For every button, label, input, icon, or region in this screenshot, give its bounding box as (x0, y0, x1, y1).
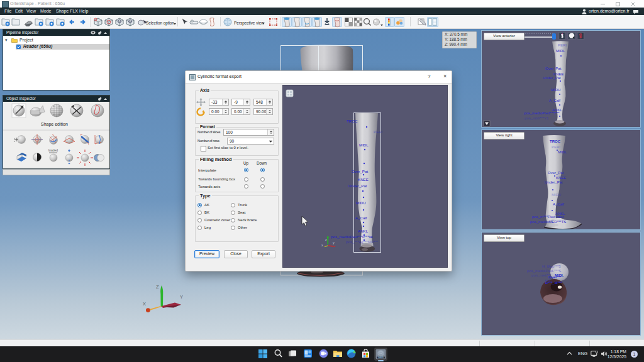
svg-text:pos_midi***Y1: pos_midi***Y1 (525, 116, 549, 120)
svg-text:Z: Z (156, 284, 159, 290)
svg-text:KNEE: KNEE (358, 177, 369, 182)
svg-text:x: x (321, 243, 323, 247)
svg-text:ANKL: ANKL (358, 229, 369, 233)
svg-text:MIDU: MIDU (356, 200, 366, 205)
svg-text:SHAPE: SHAPE (378, 356, 384, 359)
svg-text:KNEE: KNEE (556, 176, 566, 180)
svg-text:PERI: PERI (552, 145, 560, 149)
svg-text:H_Mop***3: H_Mop***3 (542, 265, 561, 268)
svg-text:pos_medioMED***TS: pos_medioMED***TS (530, 220, 566, 224)
svg-text:pos_medioPied***l***: pos_medioPied***l*** (524, 111, 560, 115)
svg-text:pos_***eq***NO***: pos_***eq***NO*** (346, 239, 379, 244)
svg-text:y: y (333, 241, 335, 244)
svg-text:MIDU: MIDU (552, 193, 561, 197)
svg-text:PERI: PERI (558, 43, 567, 47)
svg-text:Over_Pat: Over_Pat (548, 171, 564, 175)
svg-text:A_Calf: A_Calf (355, 216, 367, 220)
svg-text:Under_Pat: Under_Pat (348, 184, 367, 188)
svg-text:TROC: TROC (347, 119, 358, 123)
svg-text:Over_Pat: Over_Pat (545, 67, 562, 70)
svg-text:B***_M***: B***_M*** (545, 281, 562, 285)
svg-text:pos_m***Pied haut: pos_m***Pied haut (532, 215, 564, 219)
svg-text:A_Calf: A_Calf (553, 202, 564, 206)
svg-text:Over_Pat: Over_Pat (352, 169, 368, 173)
svg-text:TROC: TROC (550, 140, 561, 143)
svg-text:Shape edition: Shape edition (41, 122, 68, 127)
svg-text:Under_Pat: Under_Pat (543, 76, 561, 80)
svg-text:MIDU: MIDU (551, 88, 560, 92)
svg-text:PERI: PERI (374, 129, 383, 134)
svg-text:pos_medioPied***0***ial: pos_medioPied***0***ial (331, 234, 373, 239)
svg-text:Y: Y (180, 294, 183, 300)
svg-text:A_Calf: A_Calf (549, 99, 560, 102)
svg-text:Under_Pat: Under_Pat (545, 180, 563, 184)
svg-text:X: X (143, 301, 146, 307)
svg-text:MIDL: MIDL (556, 49, 565, 53)
svg-text:loaded: loaded (48, 148, 58, 152)
svg-text:MIDL: MIDL (558, 150, 567, 154)
svg-text:pos_medioPied-***S: pos_medioPied-***S (527, 269, 561, 273)
svg-text:z: z (325, 238, 327, 241)
svg-text:MIDL: MIDL (359, 143, 369, 147)
